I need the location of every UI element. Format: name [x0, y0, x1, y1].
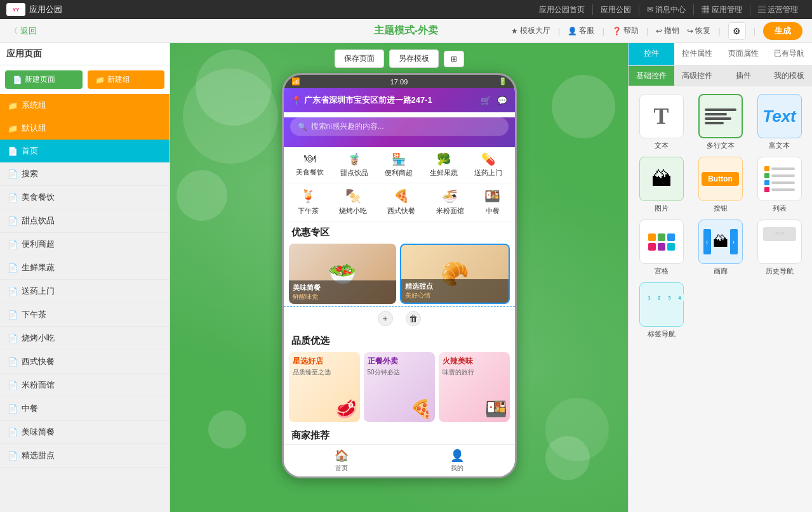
template-hall-btn[interactable]: ★ 模板大厅 — [511, 25, 550, 36]
quality-food-icon-2: 🍕 — [410, 398, 432, 419]
sidebar-item-food[interactable]: 📄 美食餐饮 — [0, 186, 170, 209]
promo-grid: 🥗 美味简餐 鲜醒味觉 🥐 精选甜点 美好心情 — [284, 241, 515, 306]
phone-search-bar[interactable]: 🔍 搜索ni感兴趣的内容... — [290, 117, 509, 136]
page-icon: 📄 — [8, 147, 18, 156]
category-food[interactable]: 🍽 美食餐饮 — [296, 152, 324, 178]
chat-icon[interactable]: 💬 — [497, 96, 507, 105]
widget-richtext[interactable]: Text 富文本 — [753, 94, 806, 150]
sidebar-item-convenience[interactable]: 📄 便利商超 — [0, 233, 170, 256]
tab-nav-icon: 1 2 3 4 — [645, 294, 678, 315]
quality-card-2[interactable]: 正餐外卖 50分钟必达 🍕 — [364, 352, 435, 422]
convenience-icon: 🏪 — [392, 152, 406, 166]
sidebar-item-dessert[interactable]: 📄 甜点饮品 — [0, 209, 170, 233]
tab-existing-nav[interactable]: 已有导航 — [766, 43, 812, 65]
redo-btn[interactable]: ↪ 恢复 — [687, 25, 710, 36]
quality-card-1[interactable]: 星选好店 品质臻至之选 🥩 — [289, 352, 360, 422]
subcat-tea[interactable]: 🍹 下午茶 — [298, 188, 319, 216]
new-group-button[interactable]: 📁 新建组 — [88, 70, 165, 89]
help-btn[interactable]: ❓ 帮助 — [612, 25, 639, 36]
sidebar-item-chinese[interactable]: 📄 中餐 — [0, 397, 170, 421]
tabnav-widget-label: 标签导航 — [648, 329, 676, 339]
subcat-western[interactable]: 🍕 西式快餐 — [387, 188, 415, 216]
save-as-template-button[interactable]: 另存模板 — [389, 49, 439, 68]
phone-header: 📍 广东省深圳市宝安区前进一路247-1 🛒 💬 — [284, 88, 515, 112]
widget-tab-basic[interactable]: 基础控件 — [629, 66, 674, 86]
tab-controls[interactable]: 控件 — [629, 43, 674, 65]
sidebar-item-system[interactable]: 📁 系统组 — [0, 94, 170, 117]
widget-list[interactable]: 列表 — [753, 157, 806, 213]
tab-page-props[interactable]: 页面属性 — [721, 43, 766, 65]
add-promo-button[interactable]: + — [378, 311, 393, 326]
subcat-chinese[interactable]: 🍱 中餐 — [484, 188, 500, 216]
generate-button[interactable]: 生成 — [763, 22, 802, 40]
sidebar-item-simple-meal[interactable]: 📄 美味简餐 — [0, 421, 170, 444]
cart-icon[interactable]: 🛒 — [481, 96, 491, 105]
tab-control-props[interactable]: 控件属性 — [674, 43, 720, 65]
sidebar-actions: 📄 新建页面 📁 新建组 — [0, 65, 170, 94]
sidebar-item-fresh[interactable]: 📄 生鲜果蔬 — [0, 256, 170, 280]
button-icon: Button — [702, 172, 739, 186]
folder-icon: 📁 — [8, 124, 18, 133]
list-icon — [764, 166, 795, 192]
nav-link-home[interactable]: 应用公园首页 — [531, 4, 593, 15]
category-medicine[interactable]: 💊 送药上门 — [474, 152, 502, 178]
sidebar-item-bbq[interactable]: 📄 烧烤小吃 — [0, 327, 170, 350]
sidebar-item-noodle[interactable]: 📄 米粉面馆 — [0, 374, 170, 397]
medicine-icon: 💊 — [481, 152, 495, 166]
subcat-bbq[interactable]: 🍢 烧烤小吃 — [339, 188, 367, 216]
undo-btn[interactable]: ↩ 撤销 — [656, 25, 679, 36]
sidebar-item-default[interactable]: 📁 默认组 — [0, 117, 170, 140]
sidebar-item-afternoon-tea[interactable]: 📄 下午茶 — [0, 303, 170, 327]
list-widget-icon-box — [757, 157, 802, 201]
phone-sub-categories: 🍹 下午茶 🍢 烧烤小吃 🍕 西式快餐 🍜 米粉面馆 — [284, 183, 515, 221]
quality-card-3[interactable]: 火辣美味 味蕾的旅行 🍱 — [439, 352, 510, 422]
new-page-button[interactable]: 📄 新建页面 — [5, 70, 83, 89]
settings-icon-button[interactable]: ⊞ — [444, 51, 464, 67]
widget-tabnav[interactable]: 1 2 3 4 标签导航 — [635, 282, 688, 339]
bottom-nav-mine[interactable]: 👤 我的 — [399, 449, 515, 473]
customer-service-btn[interactable]: 👤 客服 — [568, 25, 594, 36]
sidebar-group-list: 📁 系统组 📁 默认组 📄 首页 📄 搜索 📄 美食餐饮 📄 甜点饮品 — [0, 94, 170, 468]
widget-multitext[interactable]: 多行文本 — [694, 94, 747, 150]
widget-history[interactable]: ‹TOP 历史导航 — [753, 220, 806, 276]
widget-tab-mytemplate[interactable]: 我的模板 — [766, 66, 812, 86]
widget-tab-advanced[interactable]: 高级控件 — [674, 66, 720, 86]
category-dessert[interactable]: 🧋 甜点饮品 — [340, 152, 368, 178]
nav-link-park[interactable]: 应用公园 — [593, 4, 639, 15]
promo-card-1[interactable]: 🥗 美味简餐 鲜醒味觉 — [289, 244, 396, 304]
sidebar-item-medicine[interactable]: 📄 送药上门 — [0, 280, 170, 303]
phone-mockup: 📶 17:09 🔋 📍 广东省深圳市宝安区前进一路247-1 🛒 💬 — [282, 73, 517, 478]
widget-button[interactable]: Button 按钮 — [694, 157, 747, 213]
category-fresh[interactable]: 🥦 生鲜果蔬 — [430, 152, 458, 178]
right-panel-tabs: 控件 控件属性 页面属性 已有导航 — [629, 43, 812, 66]
bottom-nav-home[interactable]: 🏠 首页 — [284, 449, 399, 473]
sidebar-item-sweet[interactable]: 📄 精选甜点 — [0, 444, 170, 468]
back-button[interactable]: 〈 返回 — [10, 25, 37, 37]
delete-promo-button[interactable]: 🗑 — [406, 311, 421, 326]
widget-tab-plugin[interactable]: 插件 — [721, 66, 766, 86]
sidebar-item-search[interactable]: 📄 搜索 — [0, 162, 170, 186]
widget-image[interactable]: 🏔 图片 — [635, 157, 688, 213]
page-icon: 📄 — [8, 334, 18, 343]
sidebar-item-home[interactable]: 📄 首页 — [0, 140, 170, 162]
main-layout: 应用页面 📄 新建页面 📁 新建组 📁 系统组 📁 默认组 📄 首页 — [0, 43, 812, 512]
save-page-button[interactable]: 保存页面 — [335, 49, 384, 68]
tabnav-widget-icon-box: 1 2 3 4 — [639, 282, 684, 327]
phone-status-bar: 📶 17:09 🔋 — [284, 75, 515, 88]
widget-gallery[interactable]: ‹ 🏔 › 画廊 — [694, 220, 747, 276]
nav-link-message[interactable]: ✉ 消息中心 — [639, 4, 694, 15]
page-icon: 📄 — [8, 404, 18, 414]
western-icon: 🍕 — [394, 188, 409, 204]
nav-link-ops[interactable]: ▤ 运营管理 — [750, 4, 806, 15]
settings-button[interactable]: ⚙ — [728, 22, 746, 40]
subcat-noodle[interactable]: 🍜 米粉面馆 — [436, 188, 464, 216]
category-convenience[interactable]: 🏪 便利商超 — [385, 152, 413, 178]
widget-text[interactable]: T 文本 — [635, 94, 688, 150]
widget-grid-item[interactable]: 宫格 — [635, 220, 688, 276]
button-widget-label: 按钮 — [714, 204, 728, 213]
sidebar-item-western[interactable]: 📄 西式快餐 — [0, 350, 170, 374]
location-icon: 📍 — [291, 96, 302, 105]
page-icon: 📄 — [8, 216, 18, 226]
promo-card-2[interactable]: 🥐 精选甜点 美好心情 — [400, 244, 510, 304]
nav-link-app-manage[interactable]: ▦ 应用管理 — [694, 4, 750, 15]
